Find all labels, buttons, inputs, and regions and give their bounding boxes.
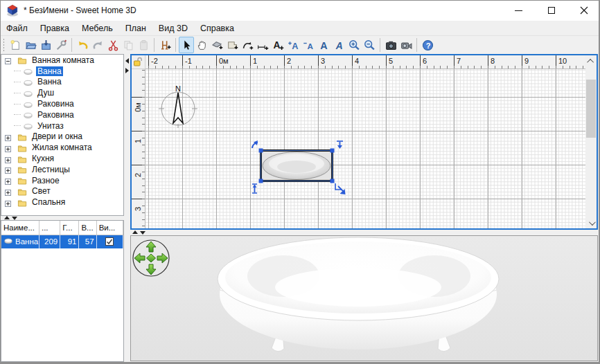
titlebar[interactable]: * БезИмени - Sweet Home 3D <box>0 0 600 21</box>
nav-up-arrow-icon[interactable] <box>146 242 156 252</box>
category-label[interactable]: Жилая комната <box>30 143 94 152</box>
category-label[interactable]: Лестницы <box>30 165 71 174</box>
open-home-button[interactable] <box>23 37 38 53</box>
category-miscellaneous[interactable]: Разное <box>1 175 123 186</box>
resize-indicator-icon[interactable] <box>335 183 346 194</box>
preferences-button[interactable] <box>53 37 69 53</box>
decrease-text-size-button[interactable]: A <box>301 37 316 53</box>
category-bathroom[interactable]: Ванная комната <box>1 55 123 66</box>
menu-file[interactable]: Файл <box>0 21 34 35</box>
collapse-toggle-icon[interactable] <box>5 57 11 63</box>
menu-furniture[interactable]: Мебель <box>76 21 119 35</box>
category-staircases[interactable]: Лестницы <box>1 164 123 175</box>
item-label[interactable]: Ванна <box>36 77 63 87</box>
create-walls-button[interactable] <box>209 37 224 53</box>
category-label[interactable]: Разное <box>30 176 61 185</box>
item-label[interactable]: Унитаз <box>36 121 65 131</box>
3d-navigation-control[interactable] <box>132 239 170 277</box>
paste-button[interactable] <box>136 37 151 53</box>
copy-button[interactable] <box>121 37 136 53</box>
nav-right-arrow-icon[interactable] <box>157 253 168 263</box>
category-doors-windows[interactable]: Двери и окна <box>1 131 123 143</box>
plan-view[interactable]: -2-10м12345678910 0м123 N <box>130 54 598 230</box>
divider-collapse-up-icon[interactable] <box>4 216 10 219</box>
create-dimensions-button[interactable] <box>255 37 270 53</box>
new-home-button[interactable] <box>8 37 23 53</box>
furniture-catalog-tree[interactable]: Ванная комнатаВаннаВаннаДушРаковинаРаков… <box>1 54 124 216</box>
zoom-out-button[interactable] <box>362 37 377 53</box>
nav-down-arrow-icon[interactable] <box>146 264 156 275</box>
italic-button[interactable]: A <box>331 37 346 53</box>
category-label[interactable]: Двери и окна <box>30 131 84 141</box>
scroll-down-button[interactable] <box>585 217 597 228</box>
add-furniture-button[interactable] <box>157 37 173 53</box>
column-header[interactable]: Г... <box>60 221 79 235</box>
menu-plan[interactable]: План <box>119 21 152 35</box>
menu-view3d[interactable]: Вид 3D <box>152 21 194 35</box>
bold-button[interactable]: A <box>316 37 331 53</box>
visible-checkbox[interactable] <box>105 237 114 246</box>
item-label[interactable]: Раковина <box>36 110 76 120</box>
category-lights[interactable]: Свет <box>1 186 123 197</box>
plan-vertical-scrollbar[interactable] <box>585 55 597 228</box>
category-label[interactable]: Свет <box>30 186 52 196</box>
divider-collapse-left-icon[interactable] <box>125 58 129 64</box>
item-bathtub-2[interactable]: Ванна <box>1 77 123 88</box>
category-label[interactable]: Спальня <box>30 197 67 207</box>
item-sink-2[interactable]: Раковина <box>1 109 123 120</box>
category-label[interactable]: Кухня <box>30 154 55 163</box>
divider-collapse-down-icon[interactable] <box>140 231 145 235</box>
item-sink-1[interactable]: Раковина <box>1 98 123 109</box>
table-row[interactable]: Ванна2099157 <box>1 235 123 248</box>
view-3d[interactable] <box>130 235 598 361</box>
help-button[interactable]: ? <box>420 37 435 53</box>
video-button[interactable] <box>398 37 414 53</box>
divider-collapse-right-icon[interactable] <box>125 68 129 73</box>
column-header[interactable]: Наиме... <box>1 221 39 235</box>
close-button[interactable] <box>567 0 600 21</box>
redo-button[interactable] <box>90 37 105 53</box>
nav-left-arrow-icon[interactable] <box>134 253 145 263</box>
create-rooms-button[interactable] <box>224 37 240 53</box>
expand-toggle-icon[interactable] <box>5 134 11 140</box>
elevation-indicator-icon[interactable] <box>337 141 343 149</box>
minimize-button[interactable] <box>502 0 535 21</box>
scroll-up-button[interactable] <box>585 55 597 66</box>
divider-collapse-up-icon[interactable] <box>132 230 138 234</box>
item-toilet[interactable]: Унитаз <box>1 120 123 131</box>
expand-toggle-icon[interactable] <box>5 188 11 194</box>
item-shower[interactable]: Душ <box>1 87 123 98</box>
category-living-room[interactable]: Жилая комната <box>1 142 123 153</box>
item-bathtub-1[interactable]: Ванна <box>1 66 123 77</box>
catalog-plan-divider[interactable] <box>125 54 130 364</box>
height-indicator-icon[interactable] <box>252 184 257 193</box>
create-polylines-button[interactable] <box>240 37 255 53</box>
plan-bathtub-selected[interactable] <box>249 140 346 196</box>
scrollbar-thumb[interactable] <box>586 80 596 138</box>
select-tool-button[interactable] <box>179 37 194 53</box>
zoom-in-button[interactable] <box>346 37 362 53</box>
increase-text-size-button[interactable]: A <box>285 37 301 53</box>
column-header[interactable]: Ви... <box>96 221 123 235</box>
expand-toggle-icon[interactable] <box>5 156 11 162</box>
plan-3d-divider[interactable] <box>130 230 600 235</box>
expand-toggle-icon[interactable] <box>5 177 11 183</box>
compass[interactable]: N <box>156 85 200 129</box>
column-header[interactable]: В... <box>79 221 96 235</box>
expand-toggle-icon[interactable] <box>5 166 11 172</box>
cut-button[interactable] <box>105 37 121 53</box>
photo-button[interactable] <box>383 37 398 53</box>
menu-edit[interactable]: Правка <box>34 21 76 35</box>
maximize-button[interactable] <box>535 0 567 21</box>
item-label[interactable]: Раковина <box>36 99 76 109</box>
undo-button[interactable] <box>75 37 90 53</box>
pan-tool-button[interactable] <box>194 37 209 53</box>
add-texts-button[interactable]: A <box>270 37 285 53</box>
column-header[interactable]: ... <box>39 221 60 235</box>
category-bedroom[interactable]: Спальня <box>1 197 123 208</box>
menu-help[interactable]: Справка <box>194 21 240 35</box>
item-label[interactable]: Душ <box>36 88 55 98</box>
category-kitchen[interactable]: Кухня <box>1 153 123 164</box>
expand-toggle-icon[interactable] <box>5 145 11 151</box>
toolbar-grip[interactable] <box>3 38 5 52</box>
